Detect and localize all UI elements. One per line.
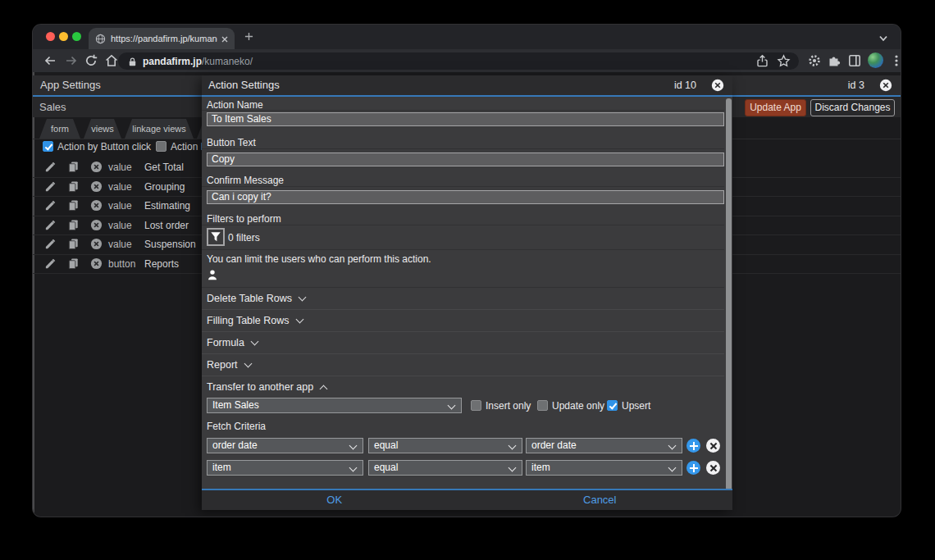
- action-name: Reports: [144, 258, 179, 270]
- forward-icon[interactable]: [64, 53, 79, 71]
- chevron-down-icon: [244, 360, 252, 368]
- criteria-value-select[interactable]: item: [526, 460, 682, 476]
- share-icon[interactable]: [755, 54, 769, 71]
- copy-icon[interactable]: [67, 257, 80, 273]
- divider: [202, 225, 724, 225]
- target-app-select[interactable]: Item Sales: [207, 398, 462, 413]
- person-icon[interactable]: [207, 269, 218, 285]
- url-bar[interactable]: pandafirm.jp/kumaneko/: [118, 52, 799, 70]
- insert-only-checkbox[interactable]: [471, 400, 481, 411]
- action-settings-close-icon[interactable]: [711, 79, 724, 92]
- ok-button[interactable]: OK: [202, 490, 468, 510]
- action-type: value: [108, 239, 132, 250]
- confirm-message-input[interactable]: Can i copy it?: [207, 190, 724, 204]
- discard-changes-button[interactable]: Discard Changes: [810, 99, 895, 116]
- lock-icon: [127, 56, 138, 71]
- url-path: /kumaneko/: [202, 56, 253, 67]
- app-settings-close-icon[interactable]: [879, 79, 892, 92]
- criteria-operator-select[interactable]: equal: [368, 460, 522, 476]
- window-minimize-button[interactable]: [59, 32, 68, 41]
- edit-pencil-icon[interactable]: [44, 180, 57, 196]
- tab-search-chevron-icon[interactable]: [878, 32, 889, 47]
- target-app-select-value: Item Sales: [212, 399, 259, 411]
- filter-funnel-button[interactable]: [207, 228, 225, 246]
- add-criteria-button[interactable]: [686, 439, 700, 453]
- section-label: Report: [207, 359, 251, 371]
- remove-criteria-button[interactable]: [706, 461, 720, 475]
- action-name: Suspension: [144, 239, 196, 250]
- bookmark-star-icon[interactable]: [777, 54, 791, 71]
- copy-icon[interactable]: [67, 219, 80, 234]
- edit-pencil-icon[interactable]: [44, 161, 57, 176]
- side-panel-icon[interactable]: [847, 53, 862, 71]
- tab-views[interactable]: views: [84, 119, 121, 139]
- action-name-label: Action Name: [207, 99, 263, 111]
- select-chevron-icon: [509, 442, 517, 450]
- favicon-globe-icon: [95, 33, 106, 48]
- reload-icon[interactable]: [84, 53, 98, 71]
- copy-icon[interactable]: [67, 161, 80, 176]
- app-name: Sales: [39, 101, 66, 113]
- back-icon[interactable]: [43, 53, 57, 71]
- edit-pencil-icon[interactable]: [44, 199, 57, 215]
- criteria-field-select[interactable]: order date: [207, 438, 363, 453]
- section-report[interactable]: Report: [202, 353, 724, 376]
- criteria-operator-select[interactable]: equal: [368, 438, 522, 453]
- divider: [202, 186, 724, 187]
- delete-x-icon[interactable]: [90, 161, 103, 176]
- tab-linkage-views[interactable]: linkage views: [125, 119, 194, 139]
- action-name: Estimating: [144, 200, 190, 212]
- upsert-label: Upsert: [622, 400, 650, 412]
- browser-tab[interactable]: https://pandafirm.jp/kumaneko: [89, 28, 235, 49]
- section-delete-table-rows[interactable]: Delete Table Rows: [202, 287, 724, 310]
- section-formula[interactable]: Formula: [202, 331, 724, 354]
- confirm-message-label: Confirm Message: [207, 175, 284, 186]
- edit-pencil-icon[interactable]: [44, 257, 57, 273]
- tab-close-icon[interactable]: [220, 33, 230, 48]
- browser-tabstrip: https://pandafirm.jp/kumaneko: [33, 25, 901, 49]
- copy-icon[interactable]: [67, 180, 80, 196]
- action-type: value: [108, 162, 132, 173]
- update-app-button[interactable]: Update App: [745, 99, 806, 116]
- criteria-value-value: order date: [531, 439, 577, 451]
- window-fullscreen-button[interactable]: [72, 32, 81, 41]
- action-by-button-click-checkbox[interactable]: [43, 141, 53, 152]
- modal-scrollbar[interactable]: [726, 98, 732, 509]
- window-close-button[interactable]: [46, 32, 55, 41]
- criteria-field-select[interactable]: item: [207, 460, 363, 476]
- browser-toolbar: pandafirm.jp/kumaneko/: [33, 49, 901, 72]
- edit-pencil-icon[interactable]: [44, 238, 57, 253]
- copy-icon[interactable]: [67, 238, 80, 253]
- section-transfer-to-another-app[interactable]: Transfer to another app: [202, 376, 724, 395]
- button-text-input[interactable]: Copy: [207, 153, 724, 166]
- delete-x-icon[interactable]: [90, 180, 103, 196]
- menu-kebab-icon[interactable]: [889, 53, 901, 71]
- tab-form[interactable]: form: [39, 119, 80, 139]
- profile-avatar[interactable]: [868, 52, 883, 68]
- add-criteria-button[interactable]: [686, 461, 700, 475]
- action-type: button: [108, 258, 135, 270]
- delete-x-icon[interactable]: [90, 199, 103, 215]
- delete-x-icon[interactable]: [90, 257, 103, 273]
- new-tab-icon[interactable]: [243, 30, 255, 46]
- extensions-puzzle-icon[interactable]: [827, 53, 842, 71]
- home-icon[interactable]: [104, 53, 119, 71]
- chevron-down-icon: [295, 316, 303, 324]
- action-by-partial-label: Action b: [171, 141, 206, 153]
- action-type: value: [108, 200, 132, 212]
- copy-icon[interactable]: [67, 199, 80, 215]
- action-by-partial-checkbox[interactable]: [156, 141, 166, 152]
- remove-criteria-button[interactable]: [706, 439, 720, 453]
- delete-x-icon[interactable]: [90, 219, 103, 234]
- extension-gear-icon[interactable]: [807, 53, 822, 71]
- action-name-input[interactable]: To Item Sales: [207, 112, 724, 126]
- section-filling-table-rows[interactable]: Filling Table Rows: [202, 309, 724, 332]
- edit-pencil-icon[interactable]: [44, 219, 57, 234]
- update-only-checkbox[interactable]: [537, 400, 548, 411]
- url-domain: pandafirm.jp: [143, 56, 202, 67]
- delete-x-icon[interactable]: [90, 238, 103, 253]
- insert-only-label: Insert only: [486, 400, 531, 412]
- upsert-checkbox[interactable]: [607, 400, 618, 411]
- criteria-value-select[interactable]: order date: [526, 438, 682, 453]
- cancel-button[interactable]: Cancel: [468, 490, 733, 510]
